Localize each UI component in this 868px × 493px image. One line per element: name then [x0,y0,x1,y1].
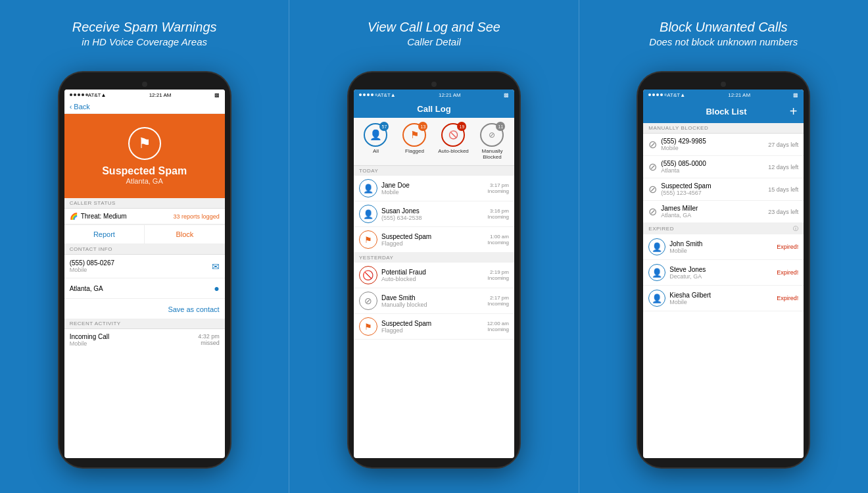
expired-status-steve: Expired! [777,269,798,276]
panel-call-log: View Call Log and See Caller Detail AT&T… [289,0,579,493]
call-susan-jones[interactable]: 👤 Susan Jones (555) 634-2538 3:16 pm Inc… [354,201,514,227]
spam-header: ⚑ Suspected Spam Atlanta, GA [64,114,225,198]
call-spam-yesterday[interactable]: ⚑ Suspected Spam Flagged 12:00 am Incomi… [354,314,514,340]
carrier-3: AT&T [667,92,680,98]
recent-call-type: Incoming Call [70,333,110,340]
phone-number: (555) 085-0267 [70,259,114,267]
expired-kiesha-gilbert[interactable]: 👤 Kiesha Gilbert Mobile Expired! [643,286,804,311]
block-list-title: Block List [706,107,746,117]
block-info-3: James Miller Atlanta, GA [661,205,764,219]
contact-info-label: CONTACT INFO [64,244,225,255]
block-row-3[interactable]: ⊘ James Miller Atlanta, GA 23 days left [643,201,804,223]
caller-status-label: CALLER STATUS [64,198,225,209]
recent-activity-label: RECENT ACTIVITY [64,319,225,329]
block-name-3: James Miller [661,205,764,212]
call-time-dave: 2:17 pm Incoming [488,295,509,307]
block-name-1: (555) 085-0000 [661,160,764,167]
signal-dots [70,93,88,96]
expired-info-kiesha: Kiesha Gilbert Mobile [669,292,773,305]
status-bar-2: AT&T ▲ 12:21 AM ▩ [354,90,514,100]
filter-all-icon: 👤 57 [364,123,387,147]
filter-manual[interactable]: ⊘ 11 Manually Blocked [473,123,512,160]
phone-frame-2: AT&T ▲ 12:21 AM ▩ Call Log 👤 57 All [349,72,519,467]
call-blocked-icon: 🚫 [359,266,377,284]
filter-autoblocked-badge: 19 [457,122,466,131]
call-time-spam-today: 1:00 am Incoming [488,234,509,246]
call-sub-susan: (555) 634-2538 [381,215,484,221]
filter-manual-label: Manually Blocked [473,148,512,160]
call-flag-icon-2: ⚑ [359,317,377,336]
nav-back-button[interactable]: ‹ Back [64,100,225,114]
phone-number-row: (555) 085-0267 Mobile ✉ [64,255,225,278]
block-info-2: Suspected Spam (555) 123-4567 [661,182,764,196]
time-2: 12:21 AM [439,92,461,98]
filter-manual-badge: 11 [496,122,505,131]
add-block-button[interactable]: + [790,104,798,119]
block-slash-icon-3: ⊘ [648,205,657,218]
panel-block-list: Block Unwanted Calls Does not block unkn… [579,0,868,493]
save-contact-link[interactable]: Save as contact [168,305,219,313]
expired-john-smith[interactable]: 👤 John Smith Mobile Expired! [643,234,804,260]
block-sub-2: (555) 123-4567 [661,190,764,196]
phone-camera-1 [142,82,147,87]
call-name-dave: Dave Smith [381,294,484,301]
avatar-steve: 👤 [648,264,665,281]
call-dave-smith[interactable]: ⊘ Dave Smith Manually blocked 2:17 pm In… [354,288,514,314]
expired-info-steve: Steve Jones Decatur, GA [669,266,773,280]
phone-screen-3: AT&T ▲ 12:21 AM ▩ Block List + MANUALLY … [643,90,804,458]
phone-frame-3: AT&T ▲ 12:21 AM ▩ Block List + MANUALLY … [638,72,809,467]
call-info-spam-today: Suspected Spam Flagged [381,233,484,247]
block-row-0[interactable]: ⊘ (555) 429-9985 Mobile 27 days left [643,134,804,156]
filter-all[interactable]: 👤 57 All [356,123,395,160]
call-sub-fraud: Auto-blocked [381,276,484,282]
phone-frame-1: AT&T ▲ 12:21 AM ▩ ‹ Back ⚑ Suspected Spa… [59,72,230,467]
call-time-susan: 3:16 pm Incoming [488,208,509,220]
today-label: TODAY [354,166,514,176]
block-button[interactable]: Block [145,225,225,244]
spam-location: Atlanta, GA [126,177,163,185]
call-sub-dave: Manually blocked [381,301,484,308]
call-flag-icon: ⚑ [359,230,377,249]
threat-row: 🌈 Threat: Medium 33 reports logged [64,209,225,224]
expired-name-john: John Smith [669,240,773,247]
call-spam-today[interactable]: ⚑ Suspected Spam Flagged 1:00 am Incomin… [354,227,514,253]
signal-dots-2 [359,93,377,96]
expired-name-steve: Steve Jones [669,266,773,273]
status-bar-3: AT&T ▲ 12:21 AM ▩ [643,90,804,100]
call-person-icon: 👤 [359,179,377,197]
call-potential-fraud[interactable]: 🚫 Potential Fraud Auto-blocked 2:19 pm I… [354,263,514,288]
phone-screen-2: AT&T ▲ 12:21 AM ▩ Call Log 👤 57 All [354,90,514,458]
expired-info-icon: ⓘ [793,225,799,232]
filter-autoblocked[interactable]: 🚫 19 Auto-blocked [434,123,473,160]
expired-steve-jones[interactable]: 👤 Steve Jones Decatur, GA Expired! [643,260,804,286]
recent-call-status: missed [198,340,220,346]
call-time-fraud: 2:19 pm Incoming [488,269,509,281]
expired-label: EXPIRED ⓘ [643,223,804,234]
phone-camera-2 [431,82,437,87]
block-row-1[interactable]: ⊘ (555) 085-0000 Atlanta 12 days left [643,156,804,178]
battery-1: ▩ [214,92,220,98]
filter-manual-icon: ⊘ 11 [480,123,504,147]
block-days-2: 15 days left [768,186,798,193]
recent-call-phone-type: Mobile [70,340,110,347]
block-list-nav: Block List + [643,100,804,123]
call-info-fraud: Potential Fraud Auto-blocked [381,269,484,282]
expired-sub-steve: Decatur, GA [669,273,773,280]
panel-spam-warning: Receive Spam Warnings in HD Voice Covera… [0,0,289,493]
block-sub-0: Mobile [661,145,764,151]
filter-all-badge: 57 [379,122,389,131]
phone-camera-3 [721,82,726,87]
action-buttons: Report Block [64,224,225,244]
location-text: Atlanta, GA [70,285,103,292]
filter-flagged[interactable]: ⚑ 13 Flagged [395,123,434,160]
report-button[interactable]: Report [64,225,145,244]
call-jane-doe[interactable]: 👤 Jane Doe Mobile 3:17 pm Incoming [354,176,514,201]
call-sub-spam-today: Flagged [381,240,484,247]
battery-2: ▩ [504,92,509,98]
message-icon[interactable]: ✉ [212,261,220,272]
call-name-susan: Susan Jones [381,207,484,215]
call-name-spam-today: Suspected Spam [381,233,484,240]
recent-call-row: Incoming Call Mobile 4:32 pm missed [64,329,225,351]
block-row-2[interactable]: ⊘ Suspected Spam (555) 123-4567 15 days … [643,178,804,201]
filter-flagged-badge: 13 [418,122,427,131]
